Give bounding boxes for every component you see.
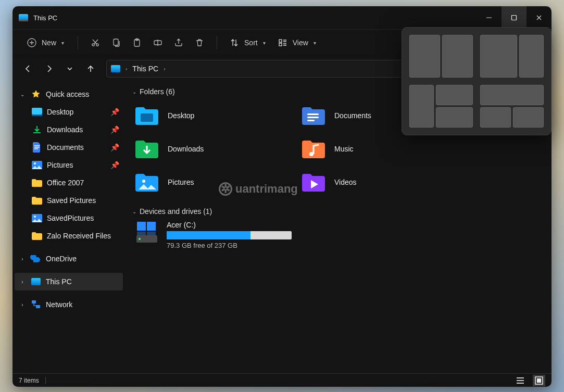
chevron-right-icon: › [162, 66, 166, 72]
chevron-down-icon: ▾ [314, 40, 316, 46]
address-segment[interactable]: This PC [132, 65, 158, 73]
pin-icon: 📌 [110, 161, 119, 169]
folder-icon [301, 105, 326, 126]
folder-icon [31, 195, 43, 206]
folder-icon [31, 177, 43, 188]
svg-point-20 [34, 162, 36, 165]
sidebar-item-quick-access[interactable]: ⌄ Quick access [15, 85, 123, 103]
sidebar-item-network[interactable]: › Network [15, 296, 123, 313]
drives-section-header[interactable]: ⌄ Devices and drives (1) [127, 205, 552, 218]
folder-label: Pictures [168, 178, 194, 186]
maximize-button[interactable] [502, 6, 527, 29]
folder-icon [134, 172, 159, 193]
drive-free-text: 79.3 GB free of 237 GB [167, 242, 292, 249]
scissors-icon [90, 37, 101, 48]
folder-icon [134, 105, 159, 126]
tiles-view-button[interactable] [533, 375, 545, 386]
new-label: New [42, 39, 56, 47]
sidebar-item-this-pc[interactable]: › This PC [15, 273, 123, 290]
sidebar-item-label: Zalo Received Files [47, 232, 119, 240]
svg-rect-0 [512, 16, 517, 20]
folder-pictures[interactable]: Pictures [134, 172, 301, 193]
drive-c[interactable]: Acer (C:) 79.3 GB free of 237 GB [127, 218, 552, 252]
view-label: View [293, 39, 308, 47]
svg-rect-26 [307, 113, 319, 115]
paste-icon [131, 37, 143, 48]
sidebar-item-label: Quick access [46, 90, 119, 98]
svg-rect-13 [32, 108, 42, 115]
sidebar-item-pictures[interactable]: Pictures 📌 [15, 156, 123, 174]
details-view-button[interactable] [514, 375, 527, 386]
rename-icon [152, 37, 164, 48]
cut-button[interactable] [86, 34, 104, 52]
folder-label: Videos [334, 178, 357, 186]
sidebar-item-label: Documents [47, 143, 106, 151]
folder-music[interactable]: Music [301, 138, 468, 159]
svg-rect-31 [137, 222, 146, 231]
svg-rect-23 [32, 300, 36, 304]
sidebar-item-onedrive[interactable]: › OneDrive [15, 250, 123, 268]
sidebar-item-label: Pictures [47, 161, 106, 169]
picture-icon [31, 212, 43, 224]
picture-icon [31, 159, 43, 171]
copy-button[interactable] [107, 34, 125, 52]
recent-button[interactable] [60, 59, 79, 78]
folder-icon [301, 172, 326, 193]
svg-rect-32 [147, 222, 156, 231]
delete-button[interactable] [191, 34, 208, 52]
folders-header-label: Folders (6) [140, 87, 175, 96]
close-button[interactable] [527, 6, 552, 29]
download-icon [31, 124, 43, 135]
svg-rect-41 [537, 378, 541, 383]
pin-icon: 📌 [110, 125, 119, 134]
up-button[interactable] [81, 59, 100, 78]
snap-layout-wide-narrow[interactable] [480, 35, 544, 78]
drive-usage-bar [167, 231, 292, 239]
svg-rect-15 [33, 132, 41, 133]
snap-layout-left-stack[interactable] [409, 85, 473, 128]
minimize-button[interactable] [477, 6, 502, 29]
snap-layout-top-bottom[interactable] [480, 85, 544, 128]
new-button[interactable]: New ▾ [23, 34, 69, 52]
sidebar-item-desktop[interactable]: Desktop 📌 [15, 103, 123, 121]
sidebar-item-saved-pictures[interactable]: Saved Pictures [15, 192, 123, 209]
chevron-right-icon: › [19, 256, 26, 262]
svg-rect-38 [517, 380, 524, 381]
network-icon [30, 299, 42, 310]
svg-rect-8 [279, 40, 282, 42]
share-icon [173, 37, 184, 48]
sidebar: ⌄ Quick access Desktop 📌 Downloads 📌 Doc… [12, 81, 125, 373]
trash-icon [194, 37, 205, 48]
folder-label: Documents [334, 111, 371, 120]
folder-videos[interactable]: Videos [301, 172, 468, 193]
svg-rect-16 [34, 145, 40, 146]
sort-icon [229, 37, 240, 48]
share-button[interactable] [170, 34, 187, 52]
view-button[interactable]: View ▾ [274, 34, 321, 52]
window-title: This PC [33, 14, 57, 22]
drives-header-label: Devices and drives (1) [140, 207, 212, 216]
sidebar-item-zalo[interactable]: Zalo Received Files [15, 227, 123, 245]
sidebar-item-documents[interactable]: Documents 📌 [15, 138, 123, 156]
sidebar-item-office[interactable]: Office 2007 [15, 174, 123, 192]
svg-point-36 [139, 238, 141, 240]
chevron-right-icon: › [19, 302, 26, 308]
sort-button[interactable]: Sort ▾ [225, 34, 271, 52]
rename-button[interactable] [149, 34, 167, 52]
sidebar-item-savedpictures[interactable]: SavedPictures [15, 209, 123, 227]
drive-label: Acer (C:) [167, 221, 292, 229]
drive-info: Acer (C:) 79.3 GB free of 237 GB [167, 221, 292, 249]
paste-button[interactable] [128, 34, 146, 52]
folder-downloads[interactable]: Downloads [134, 138, 301, 159]
back-button[interactable] [19, 59, 37, 78]
chevron-down-icon: ▾ [61, 40, 64, 46]
forward-button[interactable] [40, 59, 58, 78]
sidebar-item-label: Office 2007 [47, 179, 119, 187]
pin-icon: 📌 [110, 108, 119, 116]
snap-layout-half-half[interactable] [409, 35, 473, 78]
svg-rect-9 [279, 43, 282, 46]
status-item-count: 7 items [19, 377, 39, 384]
folder-desktop[interactable]: Desktop [134, 105, 301, 126]
sidebar-item-downloads[interactable]: Downloads 📌 [15, 121, 123, 138]
snap-layouts-flyout [402, 27, 552, 135]
